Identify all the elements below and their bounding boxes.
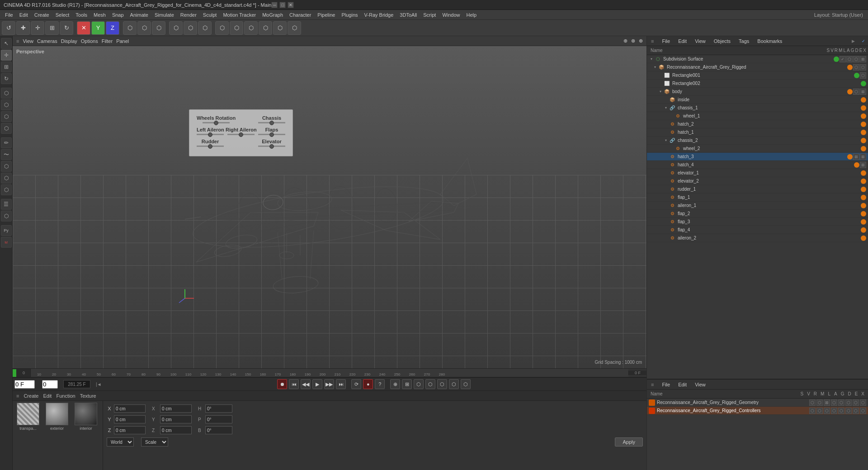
paint-icon[interactable]: ⬡ bbox=[1, 123, 12, 134]
mat-tab-edit[interactable]: Edit bbox=[43, 393, 52, 399]
coord-p-input[interactable] bbox=[205, 415, 232, 423]
display-flat[interactable]: ⬡ bbox=[259, 21, 272, 35]
mode-polygons[interactable]: ⬡ bbox=[198, 21, 212, 35]
anim-mode-btn1[interactable]: ⊕ bbox=[390, 379, 400, 389]
tags-menu-icon[interactable]: ≡ bbox=[649, 381, 656, 388]
obj-row-flap1[interactable]: ⚙ flap_1 bbox=[647, 193, 868, 202]
menu-render[interactable]: Render bbox=[177, 11, 200, 19]
flaps-slider[interactable] bbox=[258, 134, 285, 135]
menu-snap[interactable]: Snap bbox=[109, 11, 127, 19]
obj-row-body[interactable]: ▾ 📦 body ⬡ ⊠ bbox=[647, 88, 868, 96]
loop-button[interactable]: ⟳ bbox=[351, 379, 361, 389]
obj-menu-tags[interactable]: Tags bbox=[736, 38, 751, 45]
viewport-corner-menu[interactable]: ≡ bbox=[16, 38, 19, 44]
display-shading[interactable]: ⬡ bbox=[215, 21, 229, 35]
viewport-tab-filter[interactable]: Filter bbox=[102, 38, 113, 44]
viewport-tab-options[interactable]: Options bbox=[81, 38, 98, 44]
tags-menu-view[interactable]: View bbox=[693, 381, 708, 388]
timeline-icon[interactable]: ⬡ bbox=[1, 211, 12, 221]
tags-row-geometry[interactable]: Reconnaissance_Aircraft_Grey_Rigged_Geom… bbox=[647, 399, 868, 407]
menu-select[interactable]: Select bbox=[52, 11, 73, 19]
minimize-button[interactable]: ─ bbox=[271, 2, 278, 8]
anim-mode-btn2[interactable]: ⊞ bbox=[402, 379, 412, 389]
coord-scale-dropdown[interactable]: Scale bbox=[141, 437, 168, 446]
menu-animate[interactable]: Animate bbox=[127, 11, 151, 19]
mat-tab-texture[interactable]: Texture bbox=[80, 393, 96, 399]
obj-row-wheel2[interactable]: ⚙ wheel_2 bbox=[647, 145, 868, 153]
obj-row-flap4[interactable]: ⚙ flap_4 bbox=[647, 226, 868, 234]
menu-3dtoall[interactable]: 3DToAll bbox=[396, 11, 420, 19]
obj-menu-edit[interactable]: Edit bbox=[676, 38, 689, 45]
coord-y-input[interactable] bbox=[114, 415, 146, 423]
viewport-hud-btn1[interactable]: ⊕ bbox=[623, 38, 627, 44]
menu-mesh[interactable]: Mesh bbox=[90, 11, 109, 19]
menu-mograph[interactable]: MoGraph bbox=[259, 11, 286, 19]
anim-mode-btn3[interactable]: ⬡ bbox=[414, 379, 424, 389]
mat-tab-create[interactable]: Create bbox=[24, 393, 38, 399]
display-quick[interactable]: ⬡ bbox=[288, 21, 301, 35]
render-active[interactable]: ⬡ bbox=[152, 21, 165, 35]
obj-row-chassis2[interactable]: ▾ 🔗 chassis_2 bbox=[647, 136, 868, 145]
viewport-tab-view[interactable]: View bbox=[23, 38, 33, 44]
obj-row-aileron2[interactable]: ⚙ aileron_2 bbox=[647, 234, 868, 242]
x-axis-button[interactable]: ✕ bbox=[77, 21, 90, 35]
viewport-tab-display[interactable]: Display bbox=[61, 38, 77, 44]
keyframe-input[interactable] bbox=[42, 380, 58, 389]
obj-row-subdivision-surface[interactable]: ▾ ⬡ Subdivision Surface ✓ ⬡ ⬡ ⊠ bbox=[647, 55, 868, 63]
obj-row-elevator1[interactable]: ⚙ elevator_1 bbox=[647, 169, 868, 177]
menu-character[interactable]: Character bbox=[286, 11, 314, 19]
mat-tab-function[interactable]: Function bbox=[56, 393, 75, 399]
rotate-tool-button[interactable]: ↻ bbox=[60, 21, 73, 35]
layers-icon[interactable]: ☰ bbox=[1, 199, 12, 210]
scale-tool-icon[interactable]: ⊞ bbox=[1, 61, 12, 72]
menu-sculpt[interactable]: Sculpt bbox=[200, 11, 220, 19]
viewport-hud-btn2[interactable]: ⊗ bbox=[631, 38, 635, 44]
render-to-picture-viewer[interactable]: ⬡ bbox=[137, 21, 151, 35]
right-aileron-slider[interactable] bbox=[227, 134, 255, 135]
obj-row-hatch2[interactable]: ⚙ hatch_2 bbox=[647, 120, 868, 128]
menu-create[interactable]: Create bbox=[31, 11, 52, 19]
obj-menu-file[interactable]: File bbox=[660, 38, 672, 45]
menu-pipeline[interactable]: Pipeline bbox=[314, 11, 338, 19]
anim-mode-btn4[interactable]: ⬡ bbox=[425, 379, 435, 389]
menu-help[interactable]: Help bbox=[463, 11, 480, 19]
viewport-tab-cameras[interactable]: Cameras bbox=[37, 38, 57, 44]
obj-row-hatch1[interactable]: ⚙ hatch_1 bbox=[647, 128, 868, 136]
coord-space-dropdown[interactable]: World Object bbox=[107, 437, 134, 446]
display-wireframe[interactable]: ⬡ bbox=[230, 21, 243, 35]
wheels-rotation-slider[interactable] bbox=[203, 122, 230, 123]
rotate-tool-icon[interactable]: ↻ bbox=[1, 73, 12, 84]
menu-edit[interactable]: Edit bbox=[16, 11, 31, 19]
obj-menu-icon[interactable]: ≡ bbox=[649, 38, 656, 45]
rudder-slider[interactable] bbox=[197, 146, 224, 147]
coord-x2-input[interactable] bbox=[160, 404, 192, 413]
material-exterior[interactable]: exterior bbox=[43, 403, 71, 431]
obj-collapse-icon[interactable]: ▶ bbox=[849, 38, 857, 44]
timeline-ruler-ticks[interactable]: 10 20 30 40 50 60 70 80 90 100 110 120 1… bbox=[31, 369, 628, 377]
coord-z2-input[interactable] bbox=[160, 426, 192, 434]
obj-row-rudder1[interactable]: ⚙ rudder_1 bbox=[647, 185, 868, 193]
python-icon[interactable]: Py bbox=[1, 225, 12, 236]
render-region-button[interactable]: ⬡ bbox=[123, 21, 137, 35]
anim-mode-btn7[interactable]: ⬡ bbox=[461, 379, 471, 389]
obj-row-wheel1[interactable]: ⚙ wheel_1 bbox=[647, 112, 868, 120]
viewport-hud-btn3[interactable]: ⊕ bbox=[639, 38, 643, 44]
menu-script[interactable]: Script bbox=[420, 11, 439, 19]
obj-row-rect001[interactable]: ⬜ Rectangle001 ⬡ bbox=[647, 71, 868, 80]
symmetry-icon[interactable]: ⬡ bbox=[1, 173, 12, 183]
obj-row-flap3[interactable]: ⚙ flap_3 bbox=[647, 218, 868, 226]
undo-button[interactable]: ↺ bbox=[2, 21, 15, 35]
coord-x-input[interactable] bbox=[114, 404, 146, 413]
tags-menu-edit[interactable]: Edit bbox=[676, 381, 689, 388]
tags-menu-file[interactable]: File bbox=[660, 381, 672, 388]
menu-motion-tracker[interactable]: Motion Tracker bbox=[220, 11, 259, 19]
autokey-button[interactable]: ● bbox=[363, 379, 373, 389]
obj-row-flap2[interactable]: ⚙ flap_2 bbox=[647, 210, 868, 218]
move-tool-button[interactable]: ✛ bbox=[31, 21, 44, 35]
mat-menu-icon[interactable]: ≡ bbox=[16, 393, 19, 399]
object-icon[interactable]: ⬡ bbox=[1, 88, 12, 99]
coord-h-input[interactable] bbox=[205, 404, 232, 413]
anim-mode-btn5[interactable]: ⬡ bbox=[437, 379, 447, 389]
go-end-button[interactable]: ⏭ bbox=[336, 379, 346, 389]
pen-tool-icon[interactable]: ✏ bbox=[1, 137, 12, 148]
